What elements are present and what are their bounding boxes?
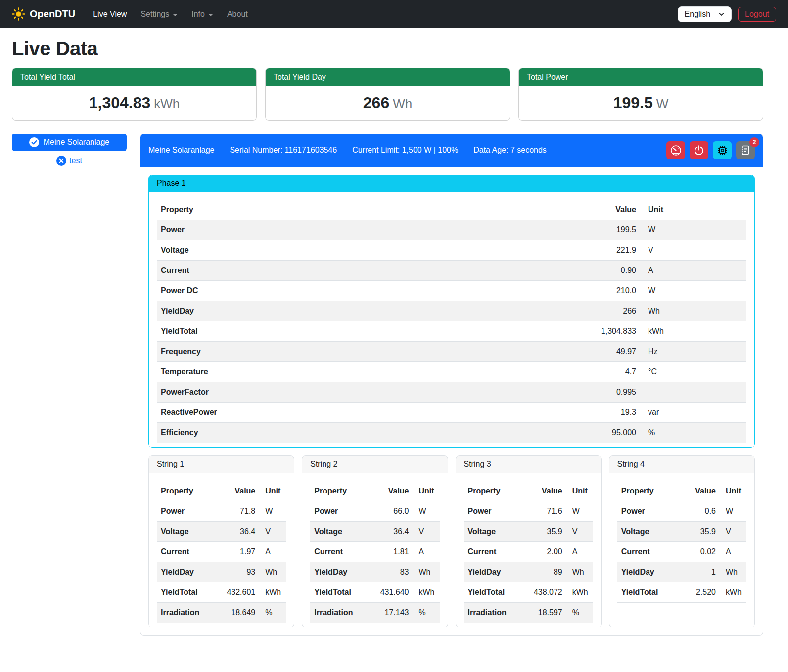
inverter-selected-label: Meine Solaranlage	[44, 138, 109, 147]
unit-cell: Wh	[640, 301, 746, 321]
property-cell: YieldDay	[157, 301, 446, 321]
strings-row: String 1 Property Value Unit	[148, 455, 755, 627]
nav-about-label: About	[227, 10, 248, 19]
value-cell: 18.649	[214, 603, 259, 623]
table-row: Current1.81A	[310, 542, 439, 562]
nav-settings[interactable]: Settings	[134, 6, 185, 23]
value-cell: 36.4	[368, 522, 413, 542]
property-cell: Power DC	[157, 281, 446, 301]
inverter-other-label: test	[69, 156, 82, 165]
value-cell: 71.8	[214, 501, 259, 522]
unit-cell: A	[413, 542, 440, 562]
brand-link[interactable]: OpenDTU	[12, 7, 75, 21]
logout-button[interactable]: Logout	[738, 7, 776, 22]
inverter-card-body: Phase 1 Property Value Unit Power199.5WV…	[140, 167, 763, 635]
property-cell: ReactivePower	[157, 403, 446, 423]
unit-column-header: Unit	[259, 481, 286, 501]
table-header-row: Property Value Unit	[157, 200, 746, 220]
value-cell: 431.640	[368, 582, 413, 603]
table-row: Voltage221.9V	[157, 240, 746, 261]
card-body: 1,304.83kWh	[12, 86, 256, 120]
value-cell: 19.3	[446, 403, 641, 423]
unit-cell: V	[640, 240, 746, 261]
brand-label: OpenDTU	[30, 8, 75, 20]
table-row: PowerFactor0.995	[157, 382, 746, 403]
table-row: Voltage36.4V	[157, 522, 286, 542]
x-circle-icon	[56, 156, 66, 166]
inverter-data-age: Data Age: 7 seconds	[473, 146, 547, 155]
table-row: YieldTotal2.520kWh	[617, 582, 746, 603]
speedometer-icon	[670, 145, 682, 156]
table-row: Power71.6W	[464, 501, 593, 522]
phase-panel: Phase 1 Property Value Unit Power199.5WV…	[148, 175, 755, 448]
nav-about[interactable]: About	[220, 6, 255, 23]
chevron-down-icon	[718, 11, 725, 17]
inverter-selected-button[interactable]: Meine Solaranlage	[12, 134, 127, 151]
value-cell: 1.81	[368, 542, 413, 562]
property-cell: Irradiation	[464, 603, 521, 623]
value-cell: 83	[368, 562, 413, 582]
unit-cell: A	[259, 542, 286, 562]
unit-cell: W	[720, 501, 746, 522]
inverter-other-link[interactable]: test	[12, 156, 127, 166]
caret-down-icon	[208, 14, 213, 16]
property-cell: Voltage	[617, 522, 680, 542]
table-row: YieldDay1Wh	[617, 562, 746, 582]
device-info-button[interactable]	[713, 141, 732, 159]
table-row: YieldDay83Wh	[310, 562, 439, 582]
property-cell: YieldTotal	[617, 582, 680, 603]
limit-settings-button[interactable]	[666, 141, 685, 159]
card-unit: Wh	[393, 96, 412, 111]
table-row: Temperature4.7°C	[157, 362, 746, 382]
string-card-header: String 3	[456, 456, 601, 473]
caret-down-icon	[173, 14, 178, 16]
property-cell: Current	[464, 542, 521, 562]
property-cell: Current	[157, 542, 214, 562]
language-select[interactable]: English	[678, 6, 732, 22]
property-cell: PowerFactor	[157, 382, 446, 403]
unit-cell: Wh	[413, 562, 440, 582]
content-row: Meine Solaranlage test Meine Solaranlage…	[12, 134, 763, 636]
unit-cell: V	[720, 522, 746, 542]
unit-cell: W	[640, 220, 746, 240]
unit-cell: kWh	[566, 582, 593, 603]
table-row: ReactivePower19.3var	[157, 403, 746, 423]
unit-cell: W	[413, 501, 440, 522]
event-log-button[interactable]: 2	[736, 141, 755, 159]
unit-cell: kWh	[259, 582, 286, 603]
unit-cell: %	[413, 603, 440, 623]
table-row: Current1.97A	[157, 542, 286, 562]
unit-cell: W	[640, 281, 746, 301]
card-body: 266Wh	[266, 86, 510, 120]
value-column-header: Value	[680, 481, 720, 501]
inverter-selector: Meine Solaranlage test	[12, 134, 127, 166]
string-table: Property Value Unit Power0.6WVoltage35.9…	[617, 481, 746, 603]
property-cell: Voltage	[464, 522, 521, 542]
string-2-card: String 2 Property Value Unit	[302, 455, 448, 627]
card-header: Total Power	[519, 68, 763, 86]
property-cell: YieldTotal	[157, 582, 214, 603]
table-row: Efficiency95.000%	[157, 423, 746, 443]
nav-info[interactable]: Info	[185, 6, 220, 23]
property-cell: Temperature	[157, 362, 446, 382]
table-row: Power199.5W	[157, 220, 746, 240]
string-3-card: String 3 Property Value Unit	[456, 455, 602, 627]
value-cell: 36.4	[214, 522, 259, 542]
nav-live-view[interactable]: Live View	[86, 6, 134, 23]
table-row: Power71.8W	[157, 501, 286, 522]
property-cell: Current	[157, 261, 446, 281]
page-title: Live Data	[12, 38, 763, 60]
value-cell: 18.597	[521, 603, 566, 623]
unit-column-header: Unit	[413, 481, 440, 501]
phase-table: Property Value Unit Power199.5WVoltage22…	[157, 200, 746, 443]
inverter-card: Meine Solaranlage Serial Number: 1161716…	[140, 134, 763, 636]
string-table: Property Value Unit Power71.8WVoltage36.…	[157, 481, 286, 623]
table-row: Power0.6W	[617, 501, 746, 522]
value-cell: 49.97	[446, 342, 641, 362]
string-table: Property Value Unit Power66.0WVoltage36.…	[310, 481, 439, 623]
property-cell: YieldDay	[310, 562, 368, 582]
property-cell: Current	[617, 542, 680, 562]
table-row: Current2.00A	[464, 542, 593, 562]
table-header-row: Property Value Unit	[157, 481, 286, 501]
power-button[interactable]	[690, 141, 708, 159]
